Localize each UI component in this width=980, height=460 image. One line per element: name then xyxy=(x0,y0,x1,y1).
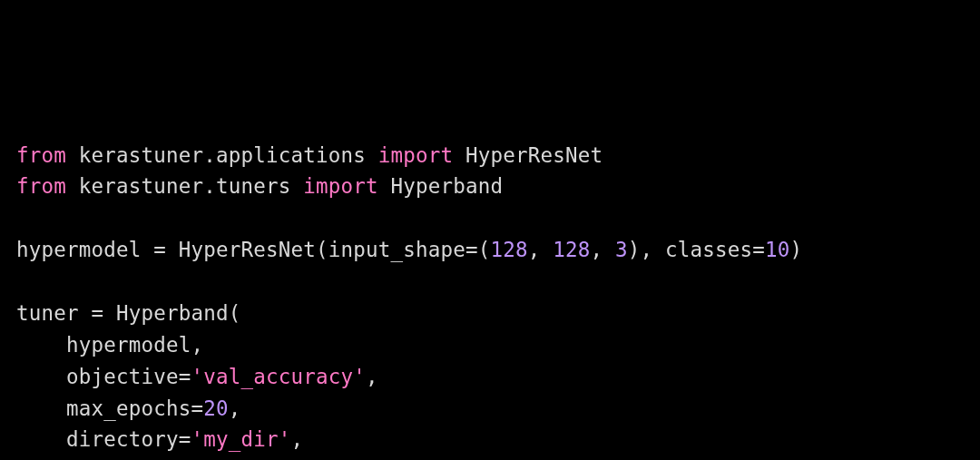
code-token: ( xyxy=(229,301,241,325)
code-token: HyperResNet xyxy=(466,143,603,167)
code-token: from xyxy=(16,143,66,167)
code-token: , xyxy=(366,365,378,388)
code-token: , xyxy=(290,427,303,451)
code-token: , xyxy=(528,238,554,261)
code-token: = xyxy=(179,427,191,451)
code-token: 3 xyxy=(615,238,628,261)
code-token: applications xyxy=(216,143,366,167)
code-token: ( xyxy=(316,238,328,261)
code-token: , xyxy=(590,238,615,261)
code-token: 20 xyxy=(203,396,229,420)
code-token: , xyxy=(229,396,241,420)
code-token: input_shape xyxy=(328,238,466,261)
code-token: 'my_dir' xyxy=(191,427,290,451)
code-token: kerastuner xyxy=(79,174,203,198)
code-block: from kerastuner.applications import Hype… xyxy=(16,140,964,461)
code-token: tuners xyxy=(216,174,290,198)
code-token: hypermodel xyxy=(16,238,153,261)
code-token: Hyperband xyxy=(116,301,229,325)
code-token xyxy=(16,427,66,451)
code-token: 128 xyxy=(553,238,590,261)
code-token: ( xyxy=(478,238,491,261)
code-token: directory xyxy=(66,427,179,451)
code-token xyxy=(166,238,179,261)
code-token: = xyxy=(91,301,103,325)
code-token: . xyxy=(203,143,216,167)
code-token: . xyxy=(203,174,216,198)
code-token: classes xyxy=(665,238,752,261)
code-token: 10 xyxy=(765,238,790,261)
code-token xyxy=(290,174,303,198)
code-token: from xyxy=(16,174,66,198)
code-token: tuner xyxy=(16,301,91,325)
code-token xyxy=(366,143,378,167)
code-token: = xyxy=(191,396,203,420)
code-token: ) xyxy=(789,238,802,261)
code-token: ) xyxy=(628,238,641,261)
code-token: kerastuner xyxy=(79,143,203,167)
code-token: = xyxy=(466,238,478,261)
code-token: = xyxy=(752,238,765,261)
code-token: , xyxy=(191,333,203,357)
code-token: Hyperband xyxy=(390,174,503,198)
code-token xyxy=(16,365,66,388)
code-token: , xyxy=(640,238,665,261)
code-token: import xyxy=(303,174,377,198)
code-token: = xyxy=(179,365,191,388)
code-token xyxy=(453,143,466,167)
code-token xyxy=(103,301,116,325)
code-token: objective xyxy=(66,365,179,388)
code-token: 'val_accuracy' xyxy=(191,365,365,388)
code-token: 128 xyxy=(490,238,527,261)
code-token: = xyxy=(153,238,166,261)
code-token xyxy=(16,396,66,420)
code-token xyxy=(66,143,79,167)
code-token: HyperResNet xyxy=(179,238,316,261)
code-token xyxy=(378,174,391,198)
code-token: max_epochs xyxy=(66,396,191,420)
code-token: hypermodel xyxy=(66,333,191,357)
code-token: import xyxy=(378,143,453,167)
code-token xyxy=(16,333,66,357)
code-token xyxy=(66,174,79,198)
